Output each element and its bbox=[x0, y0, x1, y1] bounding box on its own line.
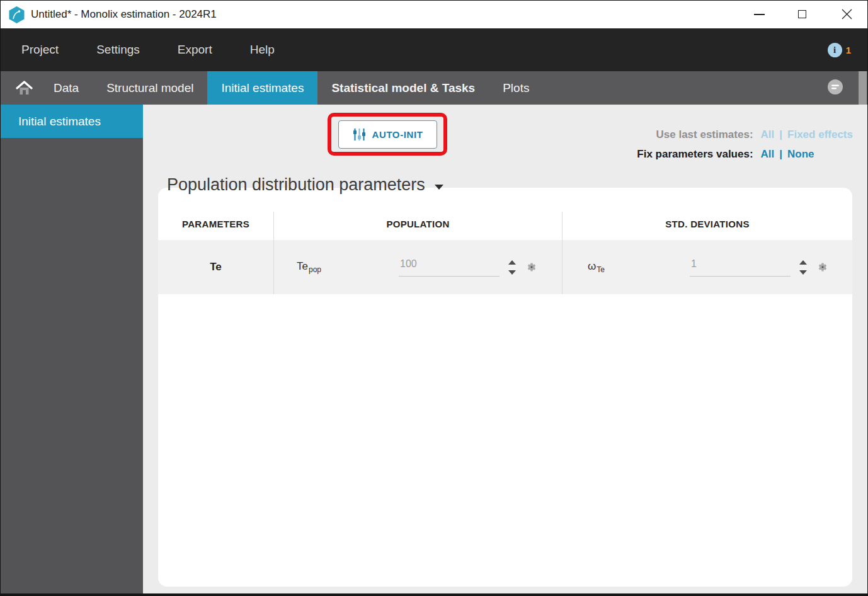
spinner-up-icon[interactable] bbox=[799, 260, 807, 265]
population-spinner bbox=[508, 260, 516, 275]
chevron-down-icon bbox=[435, 185, 443, 190]
monolix-logo-icon bbox=[8, 6, 25, 24]
fix-parameters-links: All | None bbox=[761, 144, 853, 164]
tab-home[interactable] bbox=[8, 71, 40, 105]
gear-icon[interactable] bbox=[818, 262, 828, 272]
separator: | bbox=[779, 125, 782, 144]
app-window: Untitled* - Monolix estimation - 2024R1 … bbox=[0, 0, 868, 596]
header-std-deviations: STD. DEVIATIONS bbox=[562, 212, 852, 240]
auto-init-button[interactable]: AUTO-INIT bbox=[338, 120, 437, 149]
use-last-estimates-links: All | Fixed effects bbox=[761, 125, 853, 144]
spinner-down-icon[interactable] bbox=[508, 270, 516, 275]
section-heading[interactable]: Population distribution parameters bbox=[167, 175, 443, 195]
population-cell: Tepop bbox=[273, 240, 562, 294]
info-icon: i bbox=[828, 43, 842, 57]
fix-parameters-label: Fix parameters values: bbox=[637, 144, 753, 164]
tab-initial-estimates[interactable]: Initial estimates bbox=[207, 71, 317, 105]
tab-bar: Data Structural model Initial estimates … bbox=[1, 71, 867, 105]
gear-icon[interactable] bbox=[527, 262, 537, 272]
menu-help[interactable]: Help bbox=[250, 43, 275, 57]
menu-export[interactable]: Export bbox=[178, 43, 212, 57]
menu-bar: Project Settings Export Help i 1 bbox=[1, 28, 867, 71]
home-icon bbox=[16, 80, 33, 96]
header-parameters: PARAMETERS bbox=[158, 212, 273, 240]
window-title: Untitled* - Monolix estimation - 2024R1 bbox=[31, 8, 217, 21]
title-bar: Untitled* - Monolix estimation - 2024R1 bbox=[1, 1, 867, 28]
window-bottom-border bbox=[1, 593, 867, 595]
use-last-fixed-effects-link[interactable]: Fixed effects bbox=[787, 125, 853, 144]
sidebar: Initial estimates bbox=[1, 105, 143, 595]
population-value-input[interactable] bbox=[399, 258, 500, 277]
maximize-icon bbox=[798, 10, 806, 18]
tab-structural-model[interactable]: Structural model bbox=[93, 71, 207, 105]
notification-count: 1 bbox=[846, 45, 851, 55]
separator: | bbox=[779, 144, 782, 164]
use-last-estimates-label: Use last estimates: bbox=[637, 125, 753, 144]
close-icon bbox=[842, 9, 852, 20]
spinner-down-icon[interactable] bbox=[799, 270, 807, 275]
use-last-all-link[interactable]: All bbox=[761, 125, 775, 144]
fix-none-link[interactable]: None bbox=[787, 144, 814, 164]
std-value-input[interactable] bbox=[690, 258, 791, 277]
fix-all-link[interactable]: All bbox=[761, 144, 775, 164]
parameter-name: Te bbox=[158, 240, 273, 294]
sliders-icon bbox=[353, 128, 366, 141]
minimize-icon bbox=[754, 14, 765, 15]
sidebar-item-initial-estimates[interactable]: Initial estimates bbox=[1, 105, 143, 138]
estimate-controls: Use last estimates: All | Fixed effects … bbox=[637, 125, 853, 164]
header-population: POPULATION bbox=[273, 212, 562, 240]
tab-plots[interactable]: Plots bbox=[489, 71, 543, 105]
spinner-up-icon[interactable] bbox=[508, 260, 516, 265]
close-button[interactable] bbox=[832, 1, 861, 28]
menu-settings[interactable]: Settings bbox=[96, 43, 140, 57]
minimize-button[interactable] bbox=[745, 1, 774, 28]
std-deviation-cell: ωTe bbox=[562, 240, 852, 294]
std-param-label: ωTe bbox=[588, 260, 690, 274]
menu-project[interactable]: Project bbox=[21, 43, 59, 57]
notification-area[interactable]: i 1 bbox=[828, 28, 851, 71]
table-row: Te Tepop ωTe bbox=[158, 240, 852, 294]
parameters-card: PARAMETERS POPULATION STD. DEVIATIONS Te… bbox=[158, 188, 852, 587]
chat-bubble-icon bbox=[826, 78, 845, 97]
section-title: Population distribution parameters bbox=[167, 175, 425, 195]
main-content: AUTO-INIT Use last estimates: All | Fixe… bbox=[143, 105, 868, 595]
population-param-label: Tepop bbox=[297, 260, 399, 274]
std-spinner bbox=[799, 260, 807, 275]
feedback-chat-button[interactable] bbox=[826, 78, 845, 97]
tab-data[interactable]: Data bbox=[40, 71, 93, 105]
table-header-row: PARAMETERS POPULATION STD. DEVIATIONS bbox=[158, 212, 852, 240]
tab-statistical-model-tasks[interactable]: Statistical model & Tasks bbox=[317, 71, 489, 105]
auto-init-label: AUTO-INIT bbox=[372, 129, 423, 140]
maximize-button[interactable] bbox=[787, 1, 816, 28]
tabbar-scrollbar[interactable] bbox=[859, 71, 867, 105]
